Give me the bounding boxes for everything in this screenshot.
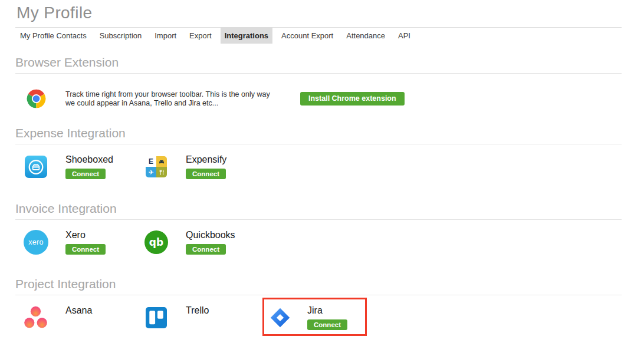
quickbooks-icon: qb xyxy=(144,230,168,254)
integration-name: Xero xyxy=(65,230,86,240)
install-chrome-extension-button[interactable]: Install Chrome extension xyxy=(300,92,405,106)
integration-name: Asana xyxy=(65,305,92,316)
integration-item-quickbooks: qb Quickbooks Connect xyxy=(136,230,256,255)
page: My Profile My Profile Contacts Subscript… xyxy=(0,0,644,330)
section-heading-browser-extension: Browser Extension xyxy=(15,55,622,74)
tab-bar: My Profile Contacts Subscription Import … xyxy=(15,27,622,44)
connect-button-shoeboxed[interactable]: Connect xyxy=(65,169,106,179)
integration-item-jira: Jira Connect xyxy=(268,305,347,330)
description-line-2: we could appear in Asana, Trello and Jir… xyxy=(65,99,285,108)
connect-button-quickbooks[interactable]: Connect xyxy=(186,244,226,255)
integration-name: Expensify xyxy=(186,154,226,165)
jira-icon xyxy=(268,305,298,330)
integration-name: Jira xyxy=(307,305,323,316)
tab-subscription[interactable]: Subscription xyxy=(96,28,146,44)
description-line-1: Track time right from your browser toolb… xyxy=(65,90,285,99)
utensils-glyph xyxy=(156,167,167,177)
integration-item-shoeboxed: Shoeboxed Connect xyxy=(15,154,136,179)
integration-item-xero: xero Xero Connect xyxy=(15,230,136,255)
invoice-integration-row: xero Xero Connect qb Quickbooks Connect xyxy=(15,230,622,255)
tab-attendance[interactable]: Attendance xyxy=(342,28,389,44)
tab-import[interactable]: Import xyxy=(150,28,180,44)
connect-button-expensify[interactable]: Connect xyxy=(186,169,226,179)
shoeboxed-icon xyxy=(15,154,57,179)
integration-name: Trello xyxy=(186,305,209,316)
tab-account-export[interactable]: Account Export xyxy=(277,28,337,44)
asana-icon xyxy=(15,305,57,330)
integration-item-expensify: E ✈ xyxy=(136,154,256,179)
integration-name: Shoeboxed xyxy=(65,154,113,165)
project-integration-row: Asana Trello xyxy=(15,305,622,330)
tab-integrations[interactable]: Integrations xyxy=(221,28,272,44)
browser-extension-description: Track time right from your browser toolb… xyxy=(65,90,285,108)
section-heading-project-integration: Project Integration xyxy=(15,277,622,295)
section-heading-expense-integration: Expense Integration xyxy=(15,126,622,144)
tab-export[interactable]: Export xyxy=(185,28,216,44)
xero-icon: xero xyxy=(24,230,48,255)
integration-item-trello: Trello xyxy=(136,305,256,330)
integration-item-asana: Asana xyxy=(15,305,136,330)
chrome-icon xyxy=(15,89,57,108)
browser-extension-row: Track time right from your browser toolb… xyxy=(15,89,622,108)
expensify-icon: E ✈ xyxy=(136,154,177,179)
page-title: My Profile xyxy=(15,0,622,27)
trello-icon xyxy=(136,305,177,330)
car-glyph xyxy=(156,156,167,167)
connect-button-jira[interactable]: Connect xyxy=(307,319,347,330)
tab-api[interactable]: API xyxy=(394,28,415,44)
expense-integration-row: Shoeboxed Connect E ✈ xyxy=(15,154,622,179)
connect-button-xero[interactable]: Connect xyxy=(65,244,106,255)
section-heading-invoice-integration: Invoice Integration xyxy=(15,202,622,220)
plane-glyph: ✈ xyxy=(146,167,156,177)
tab-my-profile-contacts[interactable]: My Profile Contacts xyxy=(16,28,91,44)
integration-name: Quickbooks xyxy=(186,230,235,240)
